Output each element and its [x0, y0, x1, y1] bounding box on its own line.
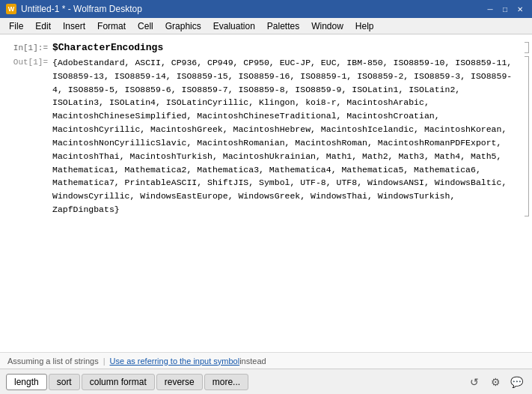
output-cell-bracket[interactable]: [525, 56, 529, 216]
menu-item-insert[interactable]: Insert: [57, 19, 91, 33]
input-cell-row: In[1]:= $CharacterEncodings: [0, 40, 532, 55]
title-bar-left: W Untitled-1 * - Wolfram Desktop: [6, 4, 142, 14]
menu-item-format[interactable]: Format: [91, 19, 132, 33]
status-separator: |: [103, 357, 106, 366]
input-cell-content[interactable]: $CharacterEncodings: [52, 42, 525, 53]
window-controls[interactable]: ─ □ ✕: [484, 4, 526, 14]
bottom-toolbar: lengthsortcolumn formatreversemore...↺⚙💬: [0, 369, 532, 394]
toolbar-btn-column-format[interactable]: column format: [82, 374, 155, 390]
menu-item-help[interactable]: Help: [349, 19, 380, 33]
input-code[interactable]: $CharacterEncodings: [52, 42, 513, 53]
window-title: Untitled-1 * - Wolfram Desktop: [21, 4, 142, 14]
toolbar-btn-length[interactable]: length: [6, 374, 47, 390]
title-bar: W Untitled-1 * - Wolfram Desktop ─ □ ✕: [0, 0, 532, 18]
output-cell-content: {AdobeStandard, ASCII, CP936, CP949, CP9…: [52, 56, 525, 216]
toolbar-btn-more...[interactable]: more...: [204, 374, 248, 390]
menu-item-cell[interactable]: Cell: [132, 19, 159, 33]
refresh-icon[interactable]: ↺: [465, 372, 484, 392]
menu-item-graphics[interactable]: Graphics: [159, 19, 207, 33]
status-after-link: instead: [239, 357, 266, 366]
close-button[interactable]: ✕: [514, 4, 526, 14]
notebook-area: In[1]:= $CharacterEncodings Out[1]= {Ado…: [0, 34, 532, 352]
menu-item-palettes[interactable]: Palettes: [261, 19, 305, 33]
output-text: {AdobeStandard, ASCII, CP936, CP949, CP9…: [52, 56, 513, 216]
output-cell-row: Out[1]= {AdobeStandard, ASCII, CP936, CP…: [0, 55, 532, 218]
menu-item-evaluation[interactable]: Evaluation: [207, 19, 261, 33]
status-text: Assuming a list of strings: [7, 357, 99, 366]
status-bar: Assuming a list of strings | Use as refe…: [0, 352, 532, 369]
input-label: In[1]:=: [0, 42, 52, 52]
toolbar-btn-reverse[interactable]: reverse: [156, 374, 203, 390]
menu-bar: FileEditInsertFormatCellGraphicsEvaluati…: [0, 18, 532, 34]
input-cell-bracket[interactable]: [525, 42, 529, 53]
minimize-button[interactable]: ─: [484, 4, 496, 14]
maximize-button[interactable]: □: [499, 4, 511, 14]
settings-icon[interactable]: ⚙: [486, 372, 505, 392]
menu-item-window[interactable]: Window: [305, 19, 349, 33]
chat-icon[interactable]: 💬: [507, 372, 526, 392]
toolbar-btn-sort[interactable]: sort: [49, 374, 80, 390]
menu-item-edit[interactable]: Edit: [29, 19, 57, 33]
menu-item-file[interactable]: File: [3, 19, 29, 33]
output-label: Out[1]=: [0, 56, 52, 67]
status-link[interactable]: Use as referring to the input symbol: [110, 357, 240, 366]
app-icon: W: [6, 4, 16, 14]
